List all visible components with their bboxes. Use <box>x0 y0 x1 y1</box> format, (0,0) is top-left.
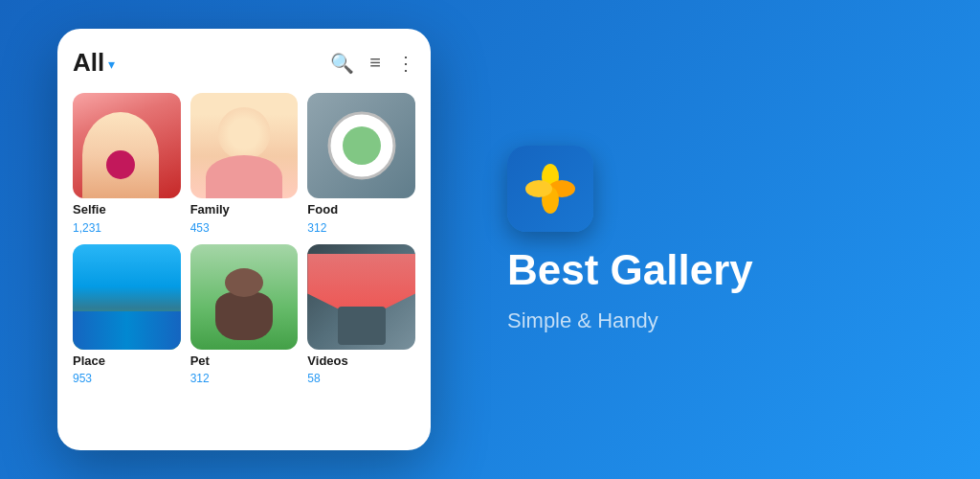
food-count: 312 <box>307 221 415 235</box>
gallery-item-pet[interactable]: Pet 312 <box>190 244 299 386</box>
app-icon <box>507 146 593 232</box>
gallery-item-place[interactable]: Place 953 <box>73 244 181 386</box>
gallery-item-videos[interactable]: Videos 58 <box>307 244 415 386</box>
family-label: Family <box>190 202 299 217</box>
gallery-item-selfie[interactable]: Selfie 1,231 <box>73 93 181 235</box>
pet-count: 312 <box>190 372 299 385</box>
app-info: Best Gallery Simple & Handy <box>431 146 923 333</box>
thumb-videos <box>307 244 415 350</box>
selfie-count: 1,231 <box>73 221 181 235</box>
place-count: 953 <box>73 372 181 385</box>
svg-point-3 <box>525 180 552 197</box>
app-subtitle: Simple & Handy <box>507 308 658 333</box>
gallery-item-food[interactable]: Food 312 <box>307 93 415 235</box>
thumb-family <box>190 93 299 198</box>
sort-icon[interactable]: ≡ <box>369 52 381 74</box>
thumb-selfie <box>73 93 181 198</box>
gallery-grid: Selfie 1,231 Family 453 Food 312 Place 9… <box>73 93 415 385</box>
thumb-food <box>307 93 415 198</box>
chevron-down-icon[interactable]: ▾ <box>108 57 115 72</box>
place-label: Place <box>73 354 181 369</box>
videos-count: 58 <box>307 372 415 385</box>
header-left: All ▾ <box>73 48 115 78</box>
food-label: Food <box>307 202 415 217</box>
leaf-svg-icon <box>522 160 579 217</box>
more-icon[interactable]: ⋮ <box>396 52 415 75</box>
pet-label: Pet <box>190 354 299 369</box>
all-filter-label[interactable]: All <box>73 48 104 78</box>
thumb-place <box>73 244 181 350</box>
gallery-item-family[interactable]: Family 453 <box>190 93 299 235</box>
phone-mockup: All ▾ 🔍 ≡ ⋮ Selfie 1,231 Family 453 Food… <box>57 29 431 450</box>
phone-header: All ▾ 🔍 ≡ ⋮ <box>73 48 415 78</box>
thumb-pet <box>190 244 299 350</box>
videos-label: Videos <box>307 354 415 369</box>
family-count: 453 <box>190 221 299 235</box>
search-icon[interactable]: 🔍 <box>330 52 354 75</box>
app-title: Best Gallery <box>507 247 753 293</box>
header-icons: 🔍 ≡ ⋮ <box>330 52 415 75</box>
selfie-label: Selfie <box>73 202 181 217</box>
